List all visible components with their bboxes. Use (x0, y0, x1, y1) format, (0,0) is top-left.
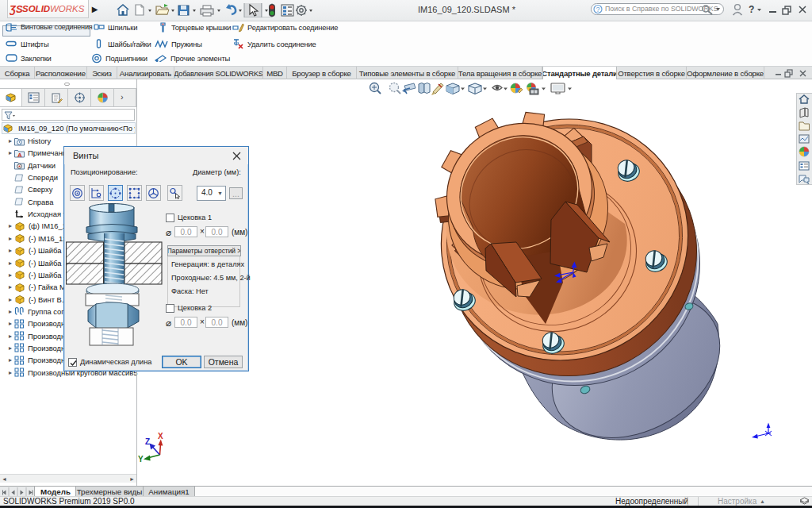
svg-text:?: ? (596, 6, 600, 13)
svg-text:?: ? (749, 4, 754, 15)
svg-text:WORKS: WORKS (50, 4, 85, 13)
svg-text:Z: Z (145, 437, 150, 446)
svg-text:A: A (17, 151, 22, 158)
svg-text:SOLID: SOLID (22, 4, 50, 13)
svg-text:Y: Y (138, 455, 144, 464)
svg-text:ƷS: ƷS (10, 3, 23, 15)
svg-text:X: X (158, 432, 163, 441)
